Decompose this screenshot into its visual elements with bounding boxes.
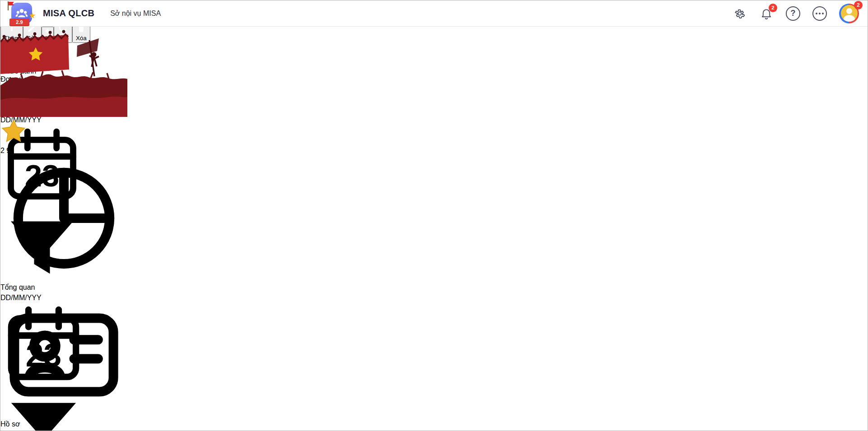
table-filter-row: DD/MM/YYY23DD/MM/YYY23 (0, 116, 868, 431)
sidebar-nav: Tổng quanHồ sơTìm kiếm thống kêĐồng bộ C… (0, 155, 127, 431)
topbar-actions: 2 ? 2 (732, 3, 859, 24)
top-bar: ★ 2.9 MISA QLCB Sở nội vụ MISA 2 ? 2 (0, 0, 868, 27)
data-grid: Số hiệu cán bộHọ và tênChức vụChức danhĐ… (0, 43, 868, 431)
id-card-icon (0, 412, 127, 420)
sidebar-item-label: Hồ sơ (0, 420, 20, 428)
sidebar: 2 9 Tổng quanHồ sơTìm kiếm thống kêĐồng … (0, 27, 127, 431)
notification-count-badge: 2 (769, 4, 777, 12)
help-icon[interactable]: ? (785, 6, 801, 21)
celebration-artwork (0, 27, 127, 119)
table-header-row: Số hiệu cán bộHọ và tênChức vụChức danhĐ… (0, 43, 868, 116)
gold-star-icon (0, 139, 27, 146)
sidebar-item-0[interactable]: Tổng quan (0, 155, 127, 292)
avatar-count-badge: 2 (854, 1, 863, 9)
star-icon: ★ (28, 11, 37, 20)
app-title: MISA QLCB (43, 8, 94, 19)
logo-version-ribbon: 2.9 (9, 19, 29, 26)
user-avatar[interactable]: 2 (839, 3, 859, 24)
sidebar-item-label: Tổng quan (0, 283, 35, 291)
more-options-icon[interactable] (812, 6, 827, 21)
settings-gear-icon[interactable] (732, 6, 747, 21)
pie-chart-icon (0, 275, 127, 283)
flag-icon (7, 1, 15, 11)
main-content: KHEN THƯỞNGKỶ LUẬT ThêmSửaInNạpXóa Số hi… (0, 0, 868, 431)
notifications-bell-icon[interactable]: 2 (759, 6, 774, 21)
app-window: ★ 2.9 MISA QLCB Sở nội vụ MISA 2 ? 2 (0, 0, 868, 431)
anniversary-number: 2 9 (0, 147, 127, 155)
app-logo-icon: ★ 2.9 (6, 1, 36, 26)
organization-name: Sở nội vụ MISA (110, 9, 161, 18)
content-panel: ThêmSửaInNạpXóa Số hiệu cán bộHọ và tênC… (0, 17, 868, 431)
sidebar-item-1[interactable]: Hồ sơ (0, 292, 127, 431)
